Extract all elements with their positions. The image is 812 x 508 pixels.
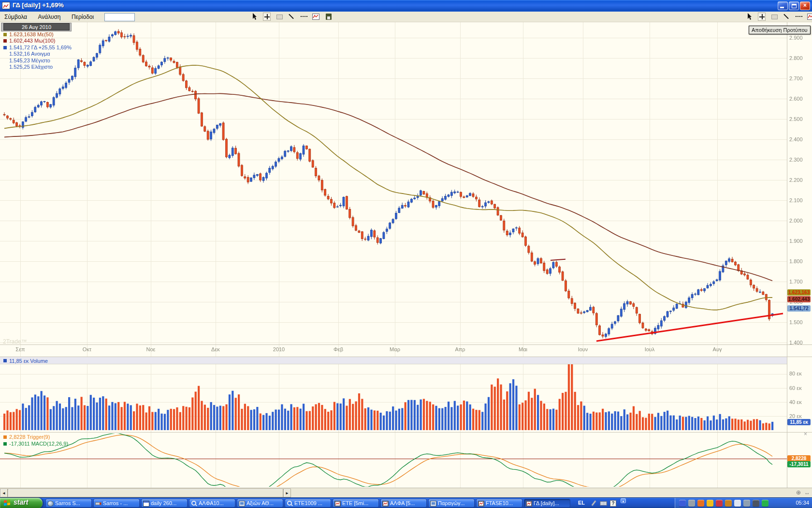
chart-window-tool-icon[interactable] — [312, 13, 320, 21]
symbol-input[interactable] — [104, 13, 135, 21]
taskbar-button-5[interactable]: ΕΤΕ1009 ... — [285, 499, 331, 508]
chart-canvas[interactable] — [0, 22, 812, 488]
taskbar-button-label: ΕΤΕ [5mi... — [342, 500, 368, 506]
crosshair-tool-icon[interactable] — [263, 13, 271, 21]
zoom-in-icon[interactable]: ⊕ — [796, 489, 801, 496]
trendline-tool-icon[interactable] — [783, 13, 790, 21]
system-tray: 05:34 — [675, 498, 812, 508]
restore-button[interactable] — [789, 1, 799, 10]
security-shield-icon[interactable] — [707, 500, 713, 507]
messenger-icon[interactable] — [716, 500, 723, 507]
taskbar-button-label: daily 260... — [151, 500, 176, 506]
tools-icon — [95, 502, 102, 505]
taskbar-button-label: FTASE10... — [486, 500, 513, 506]
save-template-icon[interactable] — [325, 13, 333, 21]
taskbar: start Sarros S...Sarros - ...daily 260..… — [0, 497, 812, 508]
network-error-icon[interactable] — [688, 500, 695, 507]
taskbar-button-1[interactable]: Sarros - ... — [93, 499, 140, 508]
minimize-button[interactable] — [778, 1, 788, 10]
taskbar-button-7[interactable]: ΑΛΦΑ [5... — [380, 499, 427, 508]
crosshair-tool-icon[interactable] — [758, 13, 766, 21]
scroll-right-arrow[interactable]: ► — [283, 489, 291, 497]
pointer-tool-icon[interactable] — [251, 13, 259, 21]
volume-legend: 11,85 εκ Volume — [9, 358, 48, 364]
rectangle-tool-icon[interactable] — [770, 13, 778, 21]
date-cursor-box: 26 Αυγ 2010 — [3, 23, 70, 30]
taskbar-clock: 05:34 — [796, 500, 809, 506]
close-button[interactable]: × — [800, 1, 810, 10]
chart-icon — [382, 501, 389, 507]
chart-window-tool-icon[interactable] — [807, 13, 812, 21]
taskbar-button-10[interactable]: ΓΔ [daily]... — [524, 499, 570, 508]
taskbar-button-8[interactable]: Παραγώγ... — [428, 499, 475, 508]
taskbar-button-6[interactable]: ΕΤΕ [5mi... — [333, 499, 379, 508]
rectangle-tool-icon[interactable] — [276, 13, 283, 21]
keyboard-icon[interactable] — [599, 499, 608, 507]
taskbar-button-label: ΓΔ [daily]... — [534, 500, 559, 506]
java-update-icon[interactable] — [697, 500, 704, 507]
taskbar-button-label: ΑΛΦΑ10... — [199, 500, 224, 506]
volume-legend-square — [3, 359, 7, 362]
chart-icon — [478, 501, 484, 507]
chart-toolbar-right — [746, 13, 812, 21]
taskbar-button-3[interactable]: ΑΛΦΑ10... — [189, 499, 235, 508]
trendline-tool-icon[interactable] — [288, 13, 295, 21]
horizontal-scrollbar: ◄ ► ⊕ ↔ — [0, 488, 812, 497]
taskbar-button-label: ΕΤΕ1009 ... — [294, 500, 322, 506]
menu-bar: Σύμβολα Ανάλυση Περίοδοι Προβολή — [0, 12, 812, 22]
language-indicator[interactable]: EL — [578, 500, 585, 506]
taskbar-button-label: ΑΛΦΑ [5... — [390, 500, 415, 506]
linestyle-tool-icon[interactable] — [300, 13, 308, 21]
language-help-icon[interactable]: ? — [609, 499, 617, 507]
desktop: ΓΔ [daily] +1,69% × Σύμβολα Ανάλυση Περί… — [0, 0, 812, 508]
window-titlebar: ΓΔ [daily] +1,69% × — [0, 0, 812, 12]
volume-panel-header — [0, 357, 787, 364]
window-chart-icon — [2, 2, 10, 9]
scheduler-icon[interactable] — [725, 500, 732, 507]
monitor-icon — [430, 501, 436, 507]
chart-icon — [526, 501, 532, 507]
start-label: start — [14, 498, 28, 506]
taskbar-button-2[interactable]: daily 260... — [141, 499, 188, 508]
taskbar-button-0[interactable]: Sarros S... — [45, 499, 92, 508]
magnifier-icon — [191, 501, 197, 507]
watermark: 2Trade™ — [3, 338, 27, 345]
taskbar-button-label: Αξιών ΑΘ... — [246, 500, 274, 506]
taskbar-button-label: Sarros - ... — [103, 500, 128, 506]
language-bar-options-icon[interactable]: ▴ — [621, 498, 626, 503]
scroll-left-arrow[interactable]: ◄ — [0, 489, 8, 497]
menu-periods[interactable]: Περίοδοι — [67, 12, 98, 22]
save-template-tooltip: Αποθήκευση Προτύπου — [749, 26, 811, 34]
scrollbar-thumb[interactable] — [8, 489, 283, 497]
globe-icon — [47, 501, 54, 507]
app-blue-icon[interactable] — [679, 500, 686, 507]
close-macd-panel-button[interactable]: × — [804, 431, 807, 437]
start-button[interactable]: start — [0, 498, 43, 508]
taskbar-button-9[interactable]: FTASE10... — [476, 499, 522, 508]
doc-icon — [143, 501, 149, 507]
menu-analysis[interactable]: Ανάλυση — [33, 12, 65, 22]
window-title: ΓΔ [daily] +1,69% — [13, 1, 64, 9]
audio-icon[interactable] — [753, 500, 759, 507]
handwriting-icon[interactable] — [590, 499, 598, 507]
pointer-tool-icon[interactable] — [746, 13, 754, 21]
monitor-icon — [239, 501, 245, 507]
menu-symbols[interactable]: Σύμβολα — [0, 12, 31, 22]
display-icon[interactable] — [743, 500, 750, 507]
card-icon[interactable] — [734, 500, 741, 507]
horizontal-resize-icon[interactable]: ↔ — [804, 489, 810, 496]
antivirus-icon[interactable] — [762, 500, 768, 507]
taskbar-button-label: Sarros S... — [55, 500, 80, 506]
chart-toolbar — [251, 13, 335, 21]
taskbar-button-label: Παραγώγ... — [438, 500, 465, 506]
taskbar-button-4[interactable]: Αξιών ΑΘ... — [237, 499, 283, 508]
magnifier-icon — [287, 501, 293, 507]
linestyle-tool-icon[interactable] — [795, 13, 803, 21]
chart-icon — [334, 501, 341, 507]
